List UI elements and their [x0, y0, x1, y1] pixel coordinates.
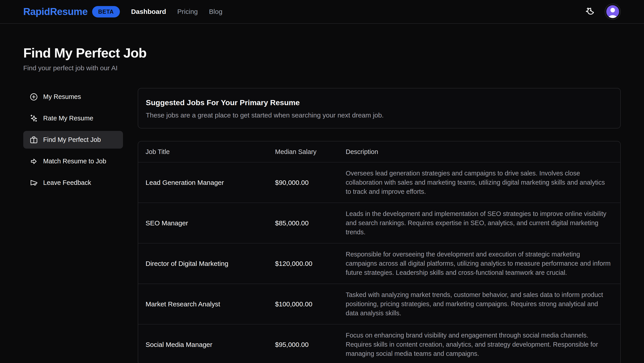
job-title-cell: SEO Manager [138, 219, 268, 227]
user-avatar[interactable] [605, 4, 621, 20]
column-header-description: Description [338, 148, 620, 156]
median-salary-cell: $95,000.00 [268, 341, 338, 348]
sidebar-item-leave-feedback[interactable]: Leave Feedback [23, 174, 123, 192]
briefcase-icon [30, 136, 38, 144]
top-navigation-bar: RapidResume BETA Dashboard Pricing Blog [0, 0, 644, 24]
suggested-jobs-title: Suggested Jobs For Your Primary Resume [146, 98, 613, 107]
table-row: Social Media Manager $95,000.00 Focus on… [138, 324, 620, 363]
jobs-table: Job Title Median Salary Description Lead… [138, 141, 621, 363]
jobs-table-header-row: Job Title Median Salary Description [138, 141, 620, 162]
suggested-jobs-subtitle: These jobs are a great place to get star… [146, 111, 613, 119]
tools-sidebar: My Resumes Rate My Resume [23, 88, 123, 192]
main-nav: Dashboard Pricing Blog [131, 8, 222, 16]
nav-blog[interactable]: Blog [209, 8, 222, 16]
median-salary-cell: $85,000.00 [268, 219, 338, 227]
description-cell: Leads in the development and implementat… [338, 203, 620, 243]
table-row: Director of Digital Marketing $120,000.0… [138, 243, 620, 283]
topbar-right-controls [585, 4, 621, 20]
theme-toggle-moon-icon[interactable] [585, 7, 595, 17]
job-title-cell: Social Media Manager [138, 341, 268, 348]
sidebar-item-label: My Resumes [43, 93, 81, 101]
job-title-cell: Lead Generation Manager [138, 179, 268, 186]
job-title-cell: Director of Digital Marketing [138, 260, 268, 267]
description-cell: Oversees lead generation strategies and … [338, 162, 620, 203]
page-content: Find My Perfect Job Find your perfect jo… [0, 45, 644, 363]
sidebar-item-find-my-perfect-job[interactable]: Find My Perfect Job [23, 131, 123, 149]
description-cell: Responsible for overseeing the developme… [338, 243, 620, 283]
page-title: Find My Perfect Job [23, 45, 621, 61]
sidebar-item-rate-my-resume[interactable]: Rate My Resume [23, 109, 123, 127]
table-row: Lead Generation Manager $90,000.00 Overs… [138, 162, 620, 203]
sidebar-item-label: Leave Feedback [43, 179, 91, 186]
sidebar-item-match-resume-to-job[interactable]: Match Resume to Job [23, 152, 123, 170]
table-row: Market Research Analyst $100,000.00 Task… [138, 283, 620, 324]
arrow-right-icon [30, 157, 38, 166]
column-header-median-salary: Median Salary [268, 148, 338, 156]
sidebar-item-label: Find My Perfect Job [43, 136, 101, 143]
sparkles-icon [30, 114, 38, 123]
nav-dashboard[interactable]: Dashboard [131, 8, 166, 16]
description-cell: Focus on enhancing brand visibility and … [338, 324, 620, 363]
table-row: SEO Manager $85,000.00 Leads in the deve… [138, 203, 620, 243]
suggested-jobs-card: Suggested Jobs For Your Primary Resume T… [138, 88, 621, 128]
beta-badge: BETA [92, 6, 120, 18]
description-cell: Tasked with analyzing market trends, cus… [338, 284, 620, 324]
sidebar-item-my-resumes[interactable]: My Resumes [23, 88, 123, 106]
megaphone-icon [30, 179, 38, 187]
user-avatar-icon [606, 5, 620, 18]
page-subtitle: Find your perfect job with our AI [23, 64, 621, 72]
median-salary-cell: $90,000.00 [268, 179, 338, 186]
sidebar-item-label: Match Resume to Job [43, 158, 106, 165]
job-title-cell: Market Research Analyst [138, 300, 268, 308]
main-panel: Suggested Jobs For Your Primary Resume T… [138, 88, 621, 363]
plus-circle-icon [30, 93, 38, 101]
sidebar-item-label: Rate My Resume [43, 115, 93, 122]
column-header-job-title: Job Title [138, 148, 268, 156]
median-salary-cell: $120,000.00 [268, 260, 338, 267]
nav-pricing[interactable]: Pricing [177, 8, 198, 16]
median-salary-cell: $100,000.00 [268, 300, 338, 308]
app-logo[interactable]: RapidResume [23, 6, 88, 17]
